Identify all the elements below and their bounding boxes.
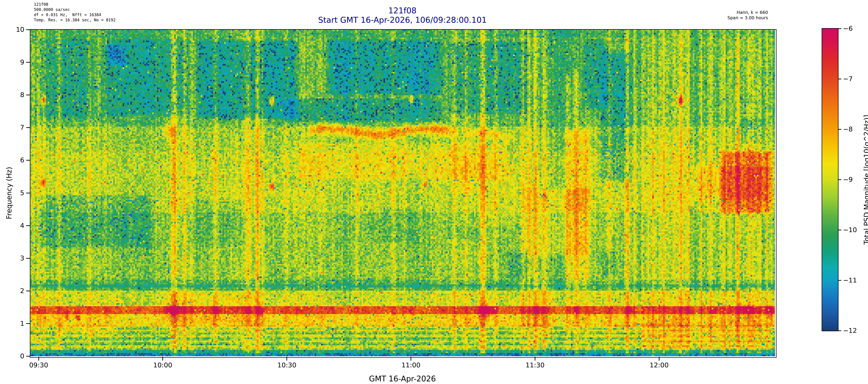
spectrogram-heatmap bbox=[30, 30, 775, 356]
colorbar-tick-label: −10 bbox=[843, 227, 857, 233]
acquisition-params-annotation: 121f08 500.0000 sa/sec df = 0.031 Hz, Nf… bbox=[34, 2, 116, 23]
colorbar-label: Total PSD Magnitude [log10(g^2/Hz)] bbox=[863, 115, 868, 245]
x-tick-mark bbox=[162, 357, 163, 360]
window-span-annotation: Hann, k = 660Span = 3.00 hours bbox=[681, 10, 768, 21]
y-tick-mark bbox=[26, 193, 30, 193]
y-tick-mark bbox=[26, 291, 30, 291]
y-tick-label: 10 bbox=[0, 26, 24, 33]
colorbar-tick-mark bbox=[838, 78, 841, 79]
y-tick-mark bbox=[26, 258, 30, 259]
y-tick-label: 1 bbox=[0, 320, 24, 327]
colorbar-tick-label: −6 bbox=[843, 25, 853, 32]
y-tick-mark bbox=[26, 127, 30, 128]
x-tick-label: 11:30 bbox=[514, 362, 556, 369]
y-tick-label: 4 bbox=[0, 222, 24, 229]
plot-frame bbox=[30, 29, 776, 358]
y-tick-label: 5 bbox=[0, 190, 24, 196]
y-tick-mark bbox=[26, 225, 30, 226]
y-tick-label: 2 bbox=[0, 287, 24, 294]
y-tick-label: 0 bbox=[0, 353, 24, 360]
x-tick-label: 11:00 bbox=[390, 362, 432, 369]
y-tick-mark bbox=[26, 160, 30, 161]
colorbar-frame bbox=[822, 28, 838, 331]
x-axis-label: GMT 16-Apr-2026 bbox=[30, 374, 775, 383]
x-tick-mark bbox=[286, 357, 287, 360]
colorbar-tick-mark bbox=[838, 28, 841, 29]
y-tick-label: 8 bbox=[0, 92, 24, 98]
colorbar-tick-mark bbox=[838, 230, 841, 230]
colorbar-tick-label: −7 bbox=[843, 75, 853, 82]
y-tick-mark bbox=[26, 323, 30, 324]
x-tick-label: 10:30 bbox=[266, 362, 308, 369]
spectrogram-figure: 121f08 Start GMT 16-Apr-2026, 106/09:28:… bbox=[0, 0, 868, 384]
x-tick-mark bbox=[38, 357, 39, 360]
colorbar-tick-label: −8 bbox=[843, 126, 853, 132]
y-tick-label: 6 bbox=[0, 157, 24, 164]
x-tick-label: 12:00 bbox=[638, 362, 680, 369]
y-tick-mark bbox=[26, 356, 30, 357]
x-tick-mark bbox=[410, 357, 411, 360]
colorbar-gradient bbox=[822, 29, 838, 331]
colorbar-tick-mark bbox=[838, 129, 841, 130]
y-tick-mark bbox=[26, 29, 30, 30]
colorbar-tick-label: −11 bbox=[843, 277, 857, 284]
page-title: 121f08 bbox=[30, 6, 775, 15]
x-tick-label: 10:00 bbox=[142, 362, 184, 369]
y-tick-label: 9 bbox=[0, 59, 24, 66]
x-tick-mark bbox=[659, 357, 659, 360]
y-tick-mark bbox=[26, 95, 30, 95]
annotation-line: Hann, k = 660 bbox=[681, 10, 768, 15]
y-tick-label: 7 bbox=[0, 124, 24, 131]
colorbar-tick-mark bbox=[838, 280, 841, 281]
x-tick-mark bbox=[535, 357, 535, 360]
colorbar-tick-label: −12 bbox=[843, 327, 857, 334]
colorbar-tick-label: −9 bbox=[843, 176, 853, 183]
y-tick-mark bbox=[26, 62, 30, 63]
annotation-line: Span = 3.00 hours bbox=[681, 15, 768, 21]
colorbar-tick-mark bbox=[838, 179, 841, 180]
y-tick-label: 3 bbox=[0, 255, 24, 262]
page-subtitle: Start GMT 16-Apr-2026, 106/09:28:00.101 bbox=[30, 15, 775, 25]
colorbar-tick-mark bbox=[838, 330, 841, 331]
x-tick-label: 09:30 bbox=[18, 362, 60, 369]
